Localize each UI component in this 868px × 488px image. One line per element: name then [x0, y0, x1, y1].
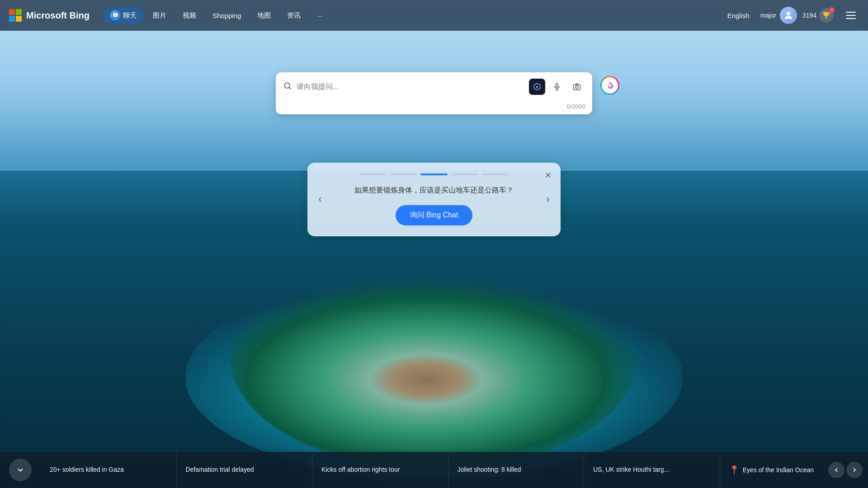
svg-line-2 — [289, 87, 291, 89]
microsoft-logo — [9, 9, 22, 22]
nav-right: English major 3194 🏆 ! — [722, 7, 859, 24]
suggestion-card: ✕ ‹ › 如果想要锻炼身体，应该是买山地车还是公路车？ 询问 Bing Cha… — [307, 163, 561, 236]
news-item-2-text: Defamation trial delayed — [186, 465, 254, 474]
mic-icon — [553, 83, 561, 91]
nav-item-more[interactable]: ··· — [310, 8, 330, 23]
dot-5 — [482, 174, 509, 175]
copilot-icon — [605, 80, 615, 90]
carousel-prev-button[interactable] — [828, 462, 844, 478]
bing-hexagon-icon: b — [533, 83, 541, 91]
news-item-4-text: Joliet shooting: 8 killed — [458, 465, 521, 474]
copilot-button[interactable] — [600, 76, 619, 95]
dot-3-active — [420, 174, 448, 175]
hamburger-line-1 — [846, 12, 856, 13]
char-count: 0/2000 — [276, 101, 592, 114]
svg-point-10 — [609, 84, 612, 87]
mic-button[interactable] — [549, 79, 565, 95]
camera-icon — [573, 83, 581, 91]
logo-green — [16, 9, 22, 15]
dot-2 — [390, 174, 417, 175]
news-item-5[interactable]: US, UK strike Houthi targ... — [584, 452, 720, 488]
bottom-bar: 20+ soldiers killed in Gaza Defamation t… — [0, 452, 868, 488]
nav-item-images[interactable]: 图片 — [146, 8, 174, 23]
nav-item-videos[interactable]: 视频 — [175, 8, 203, 23]
nav-item-news[interactable]: 资讯 — [280, 8, 308, 23]
points-value: 3194 — [802, 12, 816, 19]
location-pin-icon: 📍 — [729, 465, 739, 475]
news-items-container: 20+ soldiers killed in Gaza Defamation t… — [41, 452, 720, 488]
news-item-3-text: Kicks off abortion rights tour — [321, 465, 400, 474]
copilot-inner — [602, 77, 618, 94]
nav-item-shopping[interactable]: Shopping — [205, 8, 248, 23]
news-item-4[interactable]: Joliet shooting: 8 killed — [448, 452, 585, 488]
island-layer — [231, 244, 637, 470]
logo-red — [9, 9, 15, 15]
hamburger-line-2 — [846, 15, 856, 16]
news-item-5-text: US, UK strike Houthi targ... — [593, 465, 669, 474]
avatar[interactable] — [780, 7, 797, 24]
logo-yellow — [16, 16, 22, 22]
search-input-row: b — [276, 72, 592, 101]
hamburger-line-3 — [846, 18, 856, 19]
bing-icon-button[interactable]: b — [529, 79, 545, 95]
search-input[interactable] — [297, 83, 524, 91]
svg-point-9 — [576, 86, 578, 89]
location-info: 📍 Eyes of the Indian Ocean — [720, 465, 823, 475]
nav-maps-label: 地图 — [257, 11, 271, 20]
chevron-left-icon — [833, 466, 840, 474]
nav-videos-label: 视频 — [183, 11, 196, 20]
news-item-1-text: 20+ soldiers killed in Gaza — [50, 465, 124, 474]
ask-bing-chat-button[interactable]: 询问 Bing Chat — [396, 205, 473, 225]
location-text: Eyes of the Indian Ocean — [743, 466, 814, 474]
nav-news-label: 资讯 — [287, 11, 301, 20]
scroll-down-button[interactable] — [9, 459, 32, 481]
language-button[interactable]: English — [722, 9, 755, 22]
logo-link[interactable]: Microsoft Bing — [9, 9, 90, 22]
username: major — [760, 12, 776, 19]
dot-1 — [359, 174, 386, 175]
carousel-nav — [823, 462, 868, 478]
search-icon — [283, 81, 292, 93]
notification-badge: ! — [829, 7, 835, 13]
chevron-right-icon — [851, 466, 858, 474]
search-box: b — [276, 72, 592, 114]
logo-blue — [9, 16, 15, 22]
dot-4 — [451, 174, 478, 175]
chat-icon: 💬 — [110, 10, 120, 20]
news-item-3[interactable]: Kicks off abortion rights tour — [312, 452, 448, 488]
suggestion-prev-button[interactable]: ‹ — [312, 191, 328, 207]
user-section: major — [760, 7, 797, 24]
hamburger-menu[interactable] — [843, 7, 859, 23]
nav-more-label: ··· — [317, 12, 323, 19]
suggestion-close-button[interactable]: ✕ — [542, 169, 554, 182]
nav-images-label: 图片 — [153, 11, 166, 20]
svg-text:b: b — [536, 85, 538, 89]
nav-items: 💬 聊天 图片 视频 Shopping 地图 资讯 ··· — [103, 7, 722, 24]
nav-item-chat[interactable]: 💬 聊天 — [103, 7, 144, 24]
trophy-button[interactable]: 🏆 ! — [819, 8, 834, 23]
svg-rect-5 — [556, 84, 558, 87]
svg-point-1 — [284, 83, 290, 88]
avatar-icon — [783, 10, 794, 21]
carousel-next-button[interactable] — [846, 462, 863, 478]
chevron-down-icon — [16, 465, 25, 474]
search-container: b — [276, 72, 592, 114]
suggestion-text: 如果想要锻炼身体，应该是买山地车还是公路车？ — [326, 184, 542, 196]
news-item-2[interactable]: Defamation trial delayed — [177, 452, 313, 488]
suggestion-next-button[interactable]: › — [540, 191, 556, 207]
suggestion-dots — [326, 174, 542, 175]
news-item-1[interactable]: 20+ soldiers killed in Gaza — [41, 452, 177, 488]
logo-text: Microsoft Bing — [26, 10, 90, 21]
navbar: Microsoft Bing 💬 聊天 图片 视频 Shopping 地图 资讯… — [0, 0, 868, 31]
nav-item-maps[interactable]: 地图 — [250, 8, 278, 23]
points-badge: 3194 🏆 ! — [802, 8, 834, 23]
nav-chat-label: 聊天 — [123, 11, 137, 20]
image-search-button[interactable] — [569, 79, 585, 95]
svg-point-0 — [787, 12, 790, 15]
search-actions: b — [529, 79, 585, 95]
nav-shopping-label: Shopping — [212, 12, 241, 19]
